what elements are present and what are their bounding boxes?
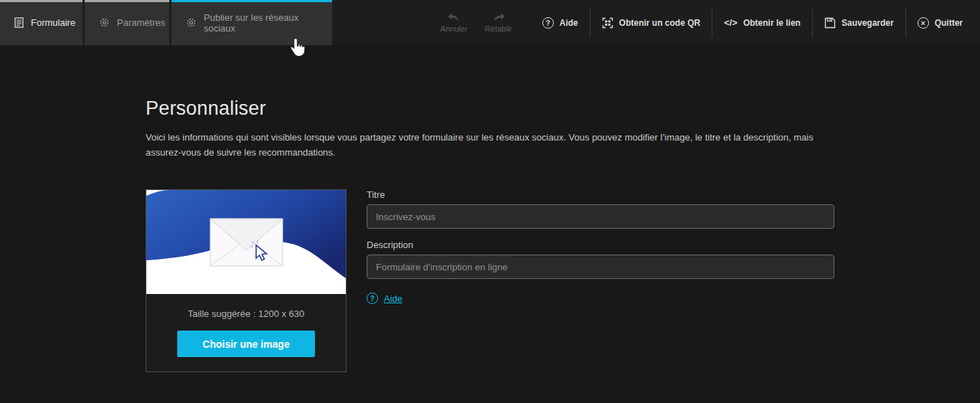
qr-code-icon [602, 17, 613, 29]
redo-button[interactable]: Rétablir [476, 13, 521, 33]
toolbar: Annuler Rétablir ? Aide [432, 0, 980, 45]
save-button[interactable]: Sauvegarder [813, 17, 905, 29]
undo-label: Annuler [440, 24, 468, 33]
help-link-label: Aide [384, 293, 402, 304]
help-link[interactable]: ? Aide [367, 293, 402, 304]
suggested-size-text: Taille suggérée : 1200 x 630 [146, 308, 346, 319]
choose-image-button[interactable]: Choisir une image [177, 331, 315, 357]
app-window: Formulaire Paramètres [0, 0, 980, 403]
get-qr-code-label: Obtenir un code QR [619, 18, 700, 28]
quit-label: Quitter [935, 18, 963, 28]
meta-fields: Titre Description ? Aide [367, 189, 834, 372]
question-circle-icon: ? [367, 293, 378, 304]
save-label: Sauvegarder [842, 18, 894, 28]
close-circle-icon: × [918, 17, 929, 29]
tab-publier-reseaux-sociaux[interactable]: Publier sur les réseaux sociaux [171, 0, 332, 45]
tab-label: Publier sur les réseaux sociaux [204, 12, 318, 34]
quit-button[interactable]: × Quitter [906, 17, 974, 29]
get-qr-code-button[interactable]: Obtenir un code QR [590, 17, 712, 29]
get-link-label: Obtenir le lien [743, 18, 801, 28]
tab-formulaire[interactable]: Formulaire [0, 0, 83, 45]
code-icon: </> [724, 17, 738, 28]
tab-indicator [85, 0, 169, 2]
title-input[interactable] [367, 204, 834, 229]
publish-social-panel: Personnaliser Voici les informations qui… [0, 45, 980, 403]
redo-icon [491, 13, 506, 22]
question-circle-icon: ? [542, 17, 554, 29]
social-preview-image [146, 190, 346, 294]
get-link-button[interactable]: </> Obtenir le lien [712, 17, 812, 28]
undo-button[interactable]: Annuler [432, 13, 476, 33]
save-icon [824, 17, 836, 29]
undo-icon [447, 13, 461, 22]
tab-label: Paramètres [117, 17, 165, 28]
envelope-icon [210, 219, 283, 266]
description-field-label: Description [367, 240, 834, 250]
social-image-card: Taille suggérée : 1200 x 630 Choisir une… [146, 189, 347, 372]
help-button[interactable]: ? Aide [531, 17, 590, 29]
form-icon [14, 17, 24, 28]
page-description: Voici les informations qui sont visibles… [146, 130, 820, 160]
tab-label: Formulaire [31, 17, 75, 28]
help-label: Aide [560, 18, 578, 28]
page-title: Personnaliser [146, 98, 980, 120]
redo-label: Rétablir [485, 24, 512, 33]
topbar: Formulaire Paramètres [0, 0, 980, 45]
gear-icon [99, 17, 110, 28]
title-field-label: Titre [367, 189, 834, 200]
active-tab-indicator [171, 0, 332, 2]
tab-indicator [0, 0, 83, 2]
tab-parametres[interactable]: Paramètres [85, 0, 169, 45]
description-input[interactable] [367, 255, 834, 279]
tab-bar: Formulaire Paramètres [0, 0, 334, 45]
gear-icon [186, 17, 197, 28]
